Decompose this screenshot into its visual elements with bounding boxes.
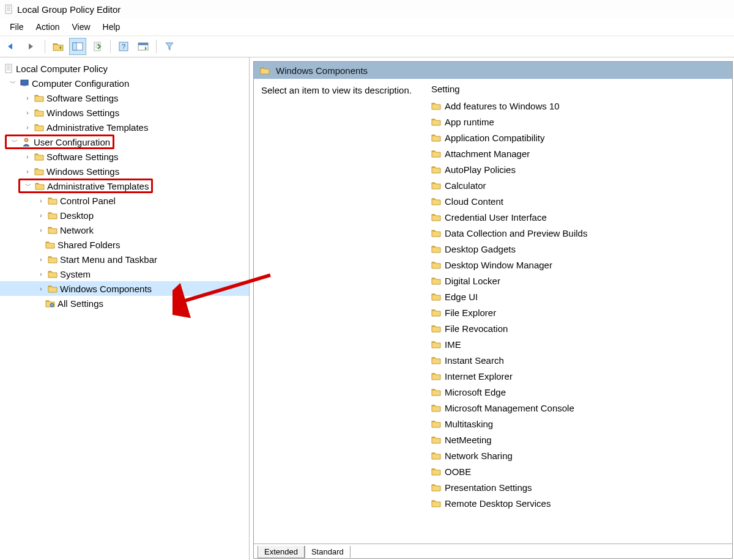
tree-computer-config[interactable]: ﹀ Computer Configuration bbox=[0, 76, 249, 90]
back-button[interactable] bbox=[4, 38, 21, 55]
tree-desktop[interactable]: › Desktop bbox=[0, 208, 249, 223]
show-tree-button[interactable] bbox=[69, 38, 86, 55]
app-icon bbox=[4, 4, 13, 14]
expander-icon[interactable]: › bbox=[37, 256, 45, 263]
setting-item[interactable]: Remote Desktop Services bbox=[428, 495, 728, 511]
folder-icon bbox=[431, 372, 441, 380]
expander-icon[interactable]: › bbox=[37, 286, 45, 292]
tab-extended[interactable]: Extended bbox=[258, 546, 305, 558]
tree-control-panel[interactable]: › Control Panel bbox=[0, 193, 249, 208]
tree-network[interactable]: › Network bbox=[0, 223, 249, 237]
forward-button[interactable] bbox=[23, 38, 40, 55]
setting-item[interactable]: Cloud Content bbox=[428, 193, 728, 209]
setting-item-label: File Revocation bbox=[445, 323, 508, 334]
tree-comp-windows[interactable]: › Windows Settings bbox=[0, 105, 249, 120]
tree-user-admin[interactable]: ﹀ Administrative Templates bbox=[18, 179, 153, 193]
setting-item[interactable]: Instant Search bbox=[428, 352, 728, 368]
folder-icon bbox=[431, 419, 441, 428]
folder-icon bbox=[34, 152, 44, 161]
setting-item[interactable]: Credential User Interface bbox=[428, 209, 728, 225]
setting-item[interactable]: Digital Locker bbox=[428, 273, 728, 289]
expander-icon[interactable]: › bbox=[23, 95, 32, 101]
setting-item[interactable]: Attachment Manager bbox=[428, 146, 728, 161]
menu-view[interactable]: View bbox=[67, 21, 95, 33]
setting-item-label: Multitasking bbox=[445, 419, 493, 429]
setting-item[interactable]: File Explorer bbox=[428, 304, 728, 320]
expander-icon[interactable]: ﹀ bbox=[9, 79, 17, 87]
setting-item[interactable]: AutoPlay Policies bbox=[428, 161, 728, 177]
tree-windows-components[interactable]: › Windows Components bbox=[0, 281, 249, 296]
setting-item[interactable]: IME bbox=[428, 336, 728, 352]
svg-rect-9 bbox=[73, 43, 76, 50]
tree-start-menu[interactable]: › Start Menu and Taskbar bbox=[0, 252, 249, 267]
description-column: Select an item to view its description. bbox=[254, 79, 424, 543]
tab-standard[interactable]: Standard bbox=[305, 546, 350, 558]
menu-help[interactable]: Help bbox=[98, 21, 125, 33]
expander-icon[interactable]: › bbox=[23, 168, 32, 175]
up-button[interactable] bbox=[50, 38, 67, 55]
folder-icon bbox=[34, 123, 44, 131]
doc-icon bbox=[4, 64, 13, 73]
setting-item[interactable]: Desktop Window Manager bbox=[428, 257, 728, 273]
expander-icon[interactable]: › bbox=[23, 153, 32, 160]
settings-column-header[interactable]: Setting bbox=[428, 84, 728, 98]
expander-icon[interactable]: › bbox=[23, 124, 32, 131]
menubar: File Action View Help bbox=[0, 18, 734, 35]
expander-icon[interactable]: ﹀ bbox=[24, 182, 32, 190]
settings-list: Setting Add features to Windows 10App ru… bbox=[424, 79, 732, 543]
expander-icon[interactable]: › bbox=[23, 109, 32, 116]
folder-icon bbox=[431, 483, 441, 492]
export-button[interactable] bbox=[89, 38, 106, 55]
tree-shared-folders[interactable]: Shared Folders bbox=[0, 237, 249, 252]
setting-item[interactable]: Network Sharing bbox=[428, 448, 728, 463]
folder-icon bbox=[35, 182, 45, 190]
help-button[interactable]: ? bbox=[115, 38, 132, 55]
setting-item[interactable]: Application Compatibility bbox=[428, 130, 728, 146]
tree-all-settings[interactable]: All Settings bbox=[0, 296, 249, 311]
setting-item[interactable]: Presentation Settings bbox=[428, 479, 728, 495]
setting-item[interactable]: Microsoft Edge bbox=[428, 384, 728, 400]
expander-icon[interactable]: ﹀ bbox=[10, 138, 19, 146]
setting-item[interactable]: Edge UI bbox=[428, 289, 728, 304]
setting-item[interactable]: Data Collection and Preview Builds bbox=[428, 225, 728, 241]
setting-item[interactable]: File Revocation bbox=[428, 320, 728, 336]
setting-item[interactable]: Multitasking bbox=[428, 416, 728, 432]
setting-item[interactable]: App runtime bbox=[428, 114, 728, 130]
menu-file[interactable]: File bbox=[5, 21, 29, 33]
setting-item[interactable]: Calculator bbox=[428, 177, 728, 193]
folder-icon bbox=[431, 181, 441, 190]
folder-icon bbox=[431, 499, 441, 507]
tree-user-software[interactable]: › Software Settings bbox=[0, 149, 249, 164]
filter-button[interactable] bbox=[161, 38, 178, 55]
tree-comp-admin[interactable]: › Administrative Templates bbox=[0, 120, 249, 134]
folder-icon bbox=[431, 403, 441, 412]
expander-icon[interactable]: › bbox=[37, 271, 45, 278]
tree-root[interactable]: Local Computer Policy bbox=[0, 61, 249, 76]
setting-item-label: Desktop Gadgets bbox=[445, 244, 516, 254]
setting-item[interactable]: NetMeeting bbox=[428, 432, 728, 448]
setting-item-label: NetMeeting bbox=[445, 435, 492, 445]
options-button[interactable] bbox=[135, 38, 152, 55]
setting-item[interactable]: Add features to Windows 10 bbox=[428, 98, 728, 114]
setting-item-label: Microsoft Management Console bbox=[445, 403, 574, 413]
setting-item[interactable]: Internet Explorer bbox=[428, 368, 728, 384]
folder-icon bbox=[48, 196, 57, 205]
menu-action[interactable]: Action bbox=[31, 21, 65, 33]
tree-comp-software[interactable]: › Software Settings bbox=[0, 90, 249, 105]
expander-icon[interactable]: › bbox=[37, 197, 45, 204]
setting-item-label: Application Compatibility bbox=[445, 133, 544, 143]
expander-icon[interactable]: › bbox=[37, 227, 45, 234]
folder-icon bbox=[48, 211, 57, 219]
setting-item[interactable]: Desktop Gadgets bbox=[428, 241, 728, 257]
window-title: Local Group Policy Editor bbox=[17, 4, 120, 15]
folder-icon bbox=[431, 292, 441, 301]
toolbar: ? bbox=[0, 35, 734, 57]
setting-item[interactable]: OOBE bbox=[428, 463, 728, 479]
tree-user-windows[interactable]: › Windows Settings bbox=[0, 164, 249, 179]
user-icon bbox=[21, 137, 31, 147]
description-text: Select an item to view its description. bbox=[261, 85, 412, 95]
tree-user-config[interactable]: ﹀ User Configuration bbox=[5, 134, 114, 149]
tree-system[interactable]: › System bbox=[0, 267, 249, 281]
setting-item[interactable]: Microsoft Management Console bbox=[428, 400, 728, 416]
expander-icon[interactable]: › bbox=[37, 212, 45, 219]
